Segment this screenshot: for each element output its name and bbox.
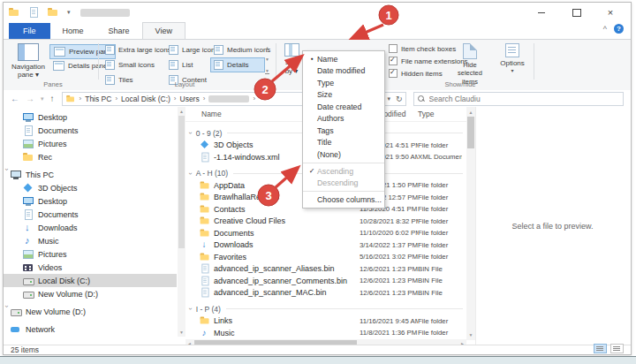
tab-file[interactable]: File (9, 23, 50, 39)
sidebar-item-label: New Volume (D:) (26, 307, 86, 316)
file-row[interactable]: › Music 11/8/2021 1:36 PM File folder (186, 327, 466, 339)
navigation-pane-button[interactable]: Navigation pane ▾ (11, 43, 46, 79)
file-row[interactable]: › advanced_ip_scanner_Aliases.bin 12/6/2… (186, 263, 466, 276)
layout-more-icon[interactable]: ▼ (265, 68, 269, 74)
sidebar-item[interactable]: › Downloads (4, 221, 177, 234)
menu-item[interactable]: Name (303, 53, 384, 65)
layout-option[interactable]: Extra large icons (102, 42, 175, 57)
crumb-users[interactable]: Users (180, 95, 200, 103)
sidebar-item[interactable]: › Documents (4, 124, 177, 137)
layout-scroll-up-icon[interactable]: ▲ (265, 45, 269, 50)
group-collapse-icon[interactable]: › (186, 307, 194, 310)
scroll-down-icon[interactable]: ▼ (178, 330, 186, 335)
collapse-ribbon-icon[interactable]: ^ (603, 25, 607, 34)
sidebar-item[interactable]: › This PC (4, 168, 177, 181)
sidebar-item[interactable]: › New Volume (D:) (4, 305, 177, 318)
file-list-vertical-scrollbar[interactable]: ▲ ▼ (466, 107, 475, 340)
menu-item[interactable]: (None) (303, 148, 384, 161)
menu-item[interactable]: Choose columns... (303, 191, 384, 206)
file-row[interactable]: › Documents 11/10/2020 6:02 PM File fold… (186, 227, 466, 239)
sidebar-item-label: Downloads (38, 224, 78, 232)
layout-option[interactable]: Details (210, 57, 265, 72)
file-row[interactable]: › advanced_ip_scanner_Comments.bin 12/6/… (186, 275, 466, 287)
sidebar-scrollbar[interactable]: ▲ ▼ (178, 107, 186, 337)
sidebar-item[interactable]: › 3D Objects (4, 181, 177, 194)
layout-option[interactable]: Medium icons (210, 42, 265, 57)
back-icon[interactable]: ← (11, 94, 19, 103)
search-icon (418, 95, 424, 102)
file-date-modified: 11/8/2021 1:36 PM (360, 329, 418, 337)
file-row[interactable]: › Links 11/16/2021 9:45 AM File folder (186, 315, 466, 328)
sidebar-item[interactable]: › Music (4, 234, 177, 247)
menu-item[interactable]: Tags (303, 125, 384, 137)
forward-icon[interactable]: → (26, 94, 34, 103)
up-icon[interactable]: ↑ (50, 94, 55, 103)
tab-view[interactable]: View (142, 22, 186, 39)
minimize-button[interactable] (528, 6, 555, 19)
file-row[interactable]: › I - P (4) (186, 303, 466, 315)
sidebar-item[interactable]: › Desktop (4, 110, 177, 124)
sidebar-item[interactable]: › Videos (4, 261, 177, 274)
refresh-icon[interactable]: ↻ (396, 95, 403, 103)
sidebar-item[interactable]: › Rec (4, 150, 177, 163)
layout-scroll-down-icon[interactable]: ▼ (265, 57, 269, 62)
scroll-up-icon[interactable]: ▲ (466, 110, 475, 115)
qat-new-folder-icon[interactable] (48, 7, 58, 18)
group-collapse-icon[interactable]: › (186, 132, 194, 134)
tree-chevron-icon[interactable]: › (4, 169, 11, 178)
group-collapse-icon[interactable]: › (186, 172, 194, 175)
menu-item[interactable]: Date created (303, 101, 384, 113)
layout-option-icon (105, 60, 115, 70)
search-input[interactable] (428, 94, 619, 104)
tab-share[interactable]: Share (96, 23, 142, 39)
column-header-type[interactable]: Type (418, 110, 462, 118)
tab-home[interactable]: Home (50, 23, 96, 39)
sidebar-item-label: Rec (38, 153, 52, 162)
menu-item[interactable]: Type (303, 77, 384, 89)
hide-selected-label-1: Hide selected (450, 61, 489, 78)
menu-item[interactable]: Authors (303, 113, 384, 125)
address-dropdown-icon[interactable]: ▾ (387, 95, 390, 102)
sidebar-item[interactable]: › Documents (4, 208, 177, 221)
details-view-toggle[interactable] (594, 344, 607, 353)
menu-item[interactable]: Date modified (303, 65, 384, 78)
hide-selected-items-button[interactable]: Hide selected items (450, 43, 489, 86)
sidebar-item[interactable]: › Pictures (4, 137, 177, 150)
maximize-button[interactable] (564, 6, 590, 19)
sidebar-item[interactable]: › Desktop (4, 194, 177, 208)
menu-item[interactable]: Size (303, 89, 384, 102)
search-box[interactable] (413, 92, 624, 106)
thumbnails-view-toggle[interactable] (610, 344, 624, 353)
sidebar-item[interactable]: › Network (4, 322, 177, 336)
sidebar-item[interactable]: › Local Disk (C:) (4, 274, 177, 287)
file-row[interactable]: › Downloads 3/14/2022 1:37 PM File folde… (186, 239, 466, 252)
recent-locations-icon[interactable]: ▾ (41, 95, 44, 102)
crumb-local-disk[interactable]: Local Disk (C:) (121, 95, 170, 103)
crumb-this-pc[interactable]: This PC (85, 95, 111, 103)
qat-properties-icon[interactable] (28, 7, 39, 18)
sidebar-item-icon (23, 112, 34, 123)
file-row[interactable]: › Creative Cloud Files 10/28/2021 8:32 P… (186, 216, 466, 228)
options-button[interactable]: Options ▾ (493, 43, 532, 75)
qat-customize-icon[interactable]: ▾ (67, 9, 71, 16)
sort-by-button[interactable]: Sort by ▾ (279, 43, 304, 76)
layout-option[interactable]: Small icons (102, 57, 175, 72)
sidebar-item[interactable]: › Pictures (4, 247, 177, 261)
status-bar: 25 items (4, 345, 631, 354)
sidebar-item[interactable]: › New Volume (D:) (4, 287, 177, 300)
scroll-up-icon[interactable]: ▲ (178, 109, 186, 114)
scroll-down-icon[interactable]: ▼ (466, 332, 475, 337)
file-name: advanced_ip_scanner_Comments.bin (214, 277, 347, 285)
file-type-icon (201, 252, 210, 262)
file-row[interactable]: › Favorites 5/16/2021 3:02 PM File folde… (186, 251, 466, 263)
tree-chevron-icon[interactable]: › (4, 306, 11, 315)
menu-item[interactable]: Ascending (303, 163, 384, 178)
menu-item[interactable]: Descending (303, 178, 384, 190)
layout-option-label: Tiles (118, 76, 133, 84)
help-icon[interactable]: ? (614, 24, 624, 34)
file-row[interactable]: › advanced_ip_scanner_MAC.bin 12/6/2021 … (186, 287, 466, 300)
sidebar-item-label: Pictures (38, 250, 67, 259)
menu-item-label: Type (317, 79, 334, 87)
menu-item[interactable]: Title (303, 137, 384, 149)
close-button[interactable]: × (597, 6, 624, 19)
